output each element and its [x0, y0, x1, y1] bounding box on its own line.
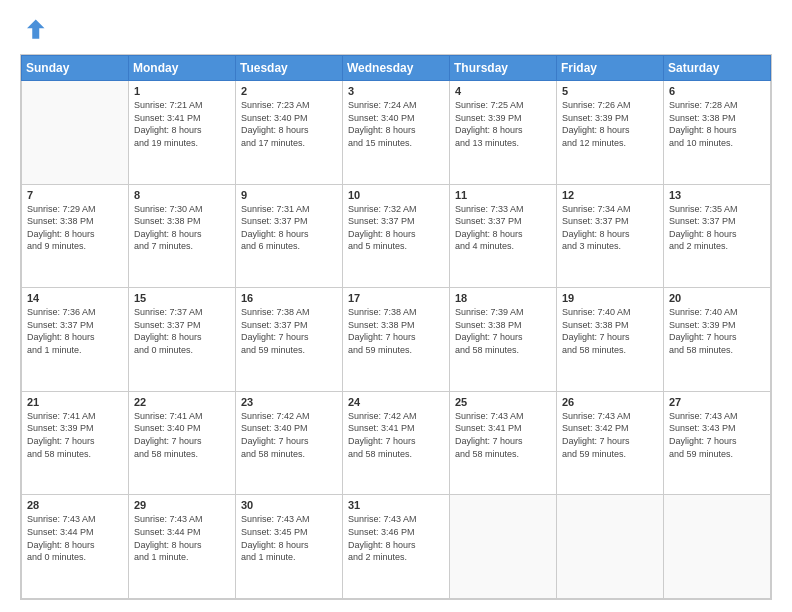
calendar-cell — [557, 495, 664, 599]
day-number: 27 — [669, 396, 765, 408]
day-info: Sunrise: 7:34 AM Sunset: 3:37 PM Dayligh… — [562, 203, 658, 253]
calendar-cell: 8Sunrise: 7:30 AM Sunset: 3:38 PM Daylig… — [129, 184, 236, 288]
day-number: 14 — [27, 292, 123, 304]
day-number: 5 — [562, 85, 658, 97]
calendar-cell: 10Sunrise: 7:32 AM Sunset: 3:37 PM Dayli… — [343, 184, 450, 288]
day-number: 16 — [241, 292, 337, 304]
day-number: 4 — [455, 85, 551, 97]
day-info: Sunrise: 7:43 AM Sunset: 3:44 PM Dayligh… — [27, 513, 123, 563]
day-info: Sunrise: 7:26 AM Sunset: 3:39 PM Dayligh… — [562, 99, 658, 149]
day-info: Sunrise: 7:43 AM Sunset: 3:41 PM Dayligh… — [455, 410, 551, 460]
calendar-cell: 19Sunrise: 7:40 AM Sunset: 3:38 PM Dayli… — [557, 288, 664, 392]
logo — [20, 16, 52, 44]
day-number: 23 — [241, 396, 337, 408]
day-number: 15 — [134, 292, 230, 304]
day-info: Sunrise: 7:36 AM Sunset: 3:37 PM Dayligh… — [27, 306, 123, 356]
day-number: 7 — [27, 189, 123, 201]
day-number: 25 — [455, 396, 551, 408]
calendar-cell: 17Sunrise: 7:38 AM Sunset: 3:38 PM Dayli… — [343, 288, 450, 392]
day-info: Sunrise: 7:43 AM Sunset: 3:45 PM Dayligh… — [241, 513, 337, 563]
calendar-cell: 1Sunrise: 7:21 AM Sunset: 3:41 PM Daylig… — [129, 81, 236, 185]
calendar-cell: 24Sunrise: 7:42 AM Sunset: 3:41 PM Dayli… — [343, 391, 450, 495]
day-number: 1 — [134, 85, 230, 97]
day-number: 24 — [348, 396, 444, 408]
calendar-cell: 30Sunrise: 7:43 AM Sunset: 3:45 PM Dayli… — [236, 495, 343, 599]
calendar-cell: 26Sunrise: 7:43 AM Sunset: 3:42 PM Dayli… — [557, 391, 664, 495]
calendar-header-row: SundayMondayTuesdayWednesdayThursdayFrid… — [22, 56, 771, 81]
day-number: 19 — [562, 292, 658, 304]
day-info: Sunrise: 7:21 AM Sunset: 3:41 PM Dayligh… — [134, 99, 230, 149]
day-number: 12 — [562, 189, 658, 201]
day-info: Sunrise: 7:31 AM Sunset: 3:37 PM Dayligh… — [241, 203, 337, 253]
calendar-cell: 7Sunrise: 7:29 AM Sunset: 3:38 PM Daylig… — [22, 184, 129, 288]
day-header: Friday — [557, 56, 664, 81]
calendar-cell: 23Sunrise: 7:42 AM Sunset: 3:40 PM Dayli… — [236, 391, 343, 495]
calendar-cell: 5Sunrise: 7:26 AM Sunset: 3:39 PM Daylig… — [557, 81, 664, 185]
calendar-cell: 13Sunrise: 7:35 AM Sunset: 3:37 PM Dayli… — [664, 184, 771, 288]
day-number: 10 — [348, 189, 444, 201]
day-header: Wednesday — [343, 56, 450, 81]
day-info: Sunrise: 7:40 AM Sunset: 3:38 PM Dayligh… — [562, 306, 658, 356]
day-info: Sunrise: 7:43 AM Sunset: 3:42 PM Dayligh… — [562, 410, 658, 460]
logo-icon — [20, 16, 48, 44]
calendar-cell: 2Sunrise: 7:23 AM Sunset: 3:40 PM Daylig… — [236, 81, 343, 185]
calendar-cell: 22Sunrise: 7:41 AM Sunset: 3:40 PM Dayli… — [129, 391, 236, 495]
calendar-week-row: 7Sunrise: 7:29 AM Sunset: 3:38 PM Daylig… — [22, 184, 771, 288]
day-number: 26 — [562, 396, 658, 408]
calendar-cell: 25Sunrise: 7:43 AM Sunset: 3:41 PM Dayli… — [450, 391, 557, 495]
calendar-week-row: 14Sunrise: 7:36 AM Sunset: 3:37 PM Dayli… — [22, 288, 771, 392]
day-info: Sunrise: 7:37 AM Sunset: 3:37 PM Dayligh… — [134, 306, 230, 356]
calendar-cell: 21Sunrise: 7:41 AM Sunset: 3:39 PM Dayli… — [22, 391, 129, 495]
calendar-cell: 4Sunrise: 7:25 AM Sunset: 3:39 PM Daylig… — [450, 81, 557, 185]
day-number: 8 — [134, 189, 230, 201]
calendar-cell: 12Sunrise: 7:34 AM Sunset: 3:37 PM Dayli… — [557, 184, 664, 288]
calendar-cell: 6Sunrise: 7:28 AM Sunset: 3:38 PM Daylig… — [664, 81, 771, 185]
day-header: Monday — [129, 56, 236, 81]
day-number: 22 — [134, 396, 230, 408]
day-number: 31 — [348, 499, 444, 511]
day-number: 18 — [455, 292, 551, 304]
calendar: SundayMondayTuesdayWednesdayThursdayFrid… — [20, 54, 772, 600]
header — [20, 16, 772, 44]
day-info: Sunrise: 7:24 AM Sunset: 3:40 PM Dayligh… — [348, 99, 444, 149]
page: SundayMondayTuesdayWednesdayThursdayFrid… — [0, 0, 792, 612]
day-info: Sunrise: 7:39 AM Sunset: 3:38 PM Dayligh… — [455, 306, 551, 356]
day-info: Sunrise: 7:41 AM Sunset: 3:40 PM Dayligh… — [134, 410, 230, 460]
calendar-cell — [450, 495, 557, 599]
day-info: Sunrise: 7:42 AM Sunset: 3:41 PM Dayligh… — [348, 410, 444, 460]
day-header: Sunday — [22, 56, 129, 81]
calendar-cell: 31Sunrise: 7:43 AM Sunset: 3:46 PM Dayli… — [343, 495, 450, 599]
day-number: 21 — [27, 396, 123, 408]
calendar-week-row: 28Sunrise: 7:43 AM Sunset: 3:44 PM Dayli… — [22, 495, 771, 599]
calendar-week-row: 21Sunrise: 7:41 AM Sunset: 3:39 PM Dayli… — [22, 391, 771, 495]
calendar-cell: 15Sunrise: 7:37 AM Sunset: 3:37 PM Dayli… — [129, 288, 236, 392]
day-number: 11 — [455, 189, 551, 201]
day-header: Thursday — [450, 56, 557, 81]
day-info: Sunrise: 7:38 AM Sunset: 3:37 PM Dayligh… — [241, 306, 337, 356]
calendar-cell: 20Sunrise: 7:40 AM Sunset: 3:39 PM Dayli… — [664, 288, 771, 392]
day-info: Sunrise: 7:32 AM Sunset: 3:37 PM Dayligh… — [348, 203, 444, 253]
calendar-table: SundayMondayTuesdayWednesdayThursdayFrid… — [21, 55, 771, 599]
day-info: Sunrise: 7:35 AM Sunset: 3:37 PM Dayligh… — [669, 203, 765, 253]
calendar-cell — [22, 81, 129, 185]
day-info: Sunrise: 7:29 AM Sunset: 3:38 PM Dayligh… — [27, 203, 123, 253]
day-info: Sunrise: 7:38 AM Sunset: 3:38 PM Dayligh… — [348, 306, 444, 356]
day-info: Sunrise: 7:43 AM Sunset: 3:46 PM Dayligh… — [348, 513, 444, 563]
day-info: Sunrise: 7:25 AM Sunset: 3:39 PM Dayligh… — [455, 99, 551, 149]
calendar-cell: 9Sunrise: 7:31 AM Sunset: 3:37 PM Daylig… — [236, 184, 343, 288]
day-header: Saturday — [664, 56, 771, 81]
day-info: Sunrise: 7:40 AM Sunset: 3:39 PM Dayligh… — [669, 306, 765, 356]
day-info: Sunrise: 7:23 AM Sunset: 3:40 PM Dayligh… — [241, 99, 337, 149]
day-info: Sunrise: 7:43 AM Sunset: 3:43 PM Dayligh… — [669, 410, 765, 460]
calendar-week-row: 1Sunrise: 7:21 AM Sunset: 3:41 PM Daylig… — [22, 81, 771, 185]
calendar-cell: 28Sunrise: 7:43 AM Sunset: 3:44 PM Dayli… — [22, 495, 129, 599]
day-number: 3 — [348, 85, 444, 97]
day-number: 28 — [27, 499, 123, 511]
day-number: 30 — [241, 499, 337, 511]
calendar-cell: 16Sunrise: 7:38 AM Sunset: 3:37 PM Dayli… — [236, 288, 343, 392]
day-info: Sunrise: 7:43 AM Sunset: 3:44 PM Dayligh… — [134, 513, 230, 563]
day-number: 29 — [134, 499, 230, 511]
day-info: Sunrise: 7:28 AM Sunset: 3:38 PM Dayligh… — [669, 99, 765, 149]
day-number: 9 — [241, 189, 337, 201]
day-number: 17 — [348, 292, 444, 304]
